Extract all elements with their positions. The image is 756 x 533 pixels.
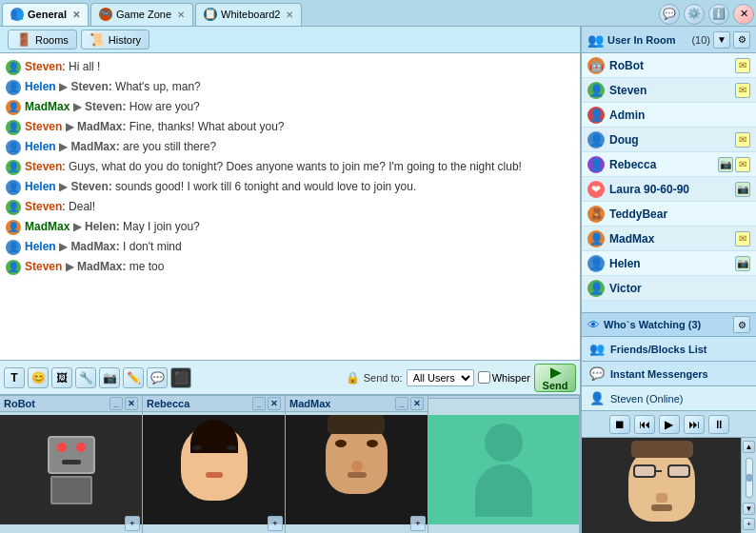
user-icon-laura-cam[interactable]: 📷 xyxy=(735,182,750,197)
chat-text: Steven: Deal! xyxy=(25,199,574,215)
video-rebecca-name: Rebecca xyxy=(147,398,189,409)
chat-message: 👤Steven: Guys, what do you do tonight? D… xyxy=(6,159,574,175)
chat-btn[interactable]: 💬 xyxy=(147,367,168,388)
image-btn[interactable]: 🖼 xyxy=(51,367,72,388)
tool-btn[interactable]: 🔧 xyxy=(75,367,96,388)
chat-avatar: 👤 xyxy=(6,200,21,215)
rebecca-face xyxy=(157,415,271,524)
info-icon[interactable]: ℹ️ xyxy=(708,4,729,25)
video-madmax-name: MadMax xyxy=(289,398,330,409)
video-robot-min[interactable]: _ xyxy=(109,397,123,410)
send-button[interactable]: ▶ Send xyxy=(534,364,576,392)
vc-pause-btn[interactable]: ⏸ xyxy=(708,415,729,434)
friends-blocks-row[interactable]: 👥 Friends/Blocks List xyxy=(582,337,756,362)
chat-avatar: 👤 xyxy=(6,260,21,275)
send-to-select[interactable]: All Users Steven Helen MadMax xyxy=(407,369,474,386)
watching-header: 👁 Who`s Watching (3) ⚙ xyxy=(582,312,756,337)
volume-thumb[interactable] xyxy=(746,474,752,482)
rebecca-expand-btn[interactable]: + xyxy=(268,516,283,531)
video-robot-controls: + xyxy=(125,516,140,531)
chat-area[interactable]: 👤Steven: Hi all !👤Helen ▶ Steven: What's… xyxy=(0,53,580,361)
user-row-laura[interactable]: ❤ Laura 90-60-90 📷 xyxy=(582,177,756,202)
right-ctrl-2[interactable]: ▼ xyxy=(743,503,755,515)
tab-general-label: General xyxy=(28,9,67,20)
tab-bar: 👥 General ✕ 🎮 Game Zone ✕ 📋 Whiteboard2 … xyxy=(0,0,756,27)
chat-text: Steven ▶ MadMax: me too xyxy=(25,259,574,275)
user-row-rebecca[interactable]: 👤 Rebecca 📷 ✉ xyxy=(582,152,756,177)
text-tool-btn[interactable]: T xyxy=(4,367,25,388)
chat-text: Helen ▶ Steven: sounds good! I work till… xyxy=(25,179,574,195)
chat-icon[interactable]: 💬 xyxy=(659,4,680,25)
watching-settings-btn[interactable]: ⚙ xyxy=(733,316,750,333)
tab-whiteboard-close[interactable]: ✕ xyxy=(286,10,293,20)
tab-whiteboard[interactable]: 📋 Whiteboard2 ✕ xyxy=(195,3,302,26)
user-icon-rebecca-cam[interactable]: 📷 xyxy=(718,157,733,172)
tab-general-close[interactable]: ✕ xyxy=(72,10,80,20)
user-row-robot[interactable]: 🤖 RoBot ✉ xyxy=(582,53,756,78)
user-icon-rebecca-yellow[interactable]: ✉ xyxy=(735,157,750,172)
user-avatar-helen: 👤 xyxy=(587,255,605,272)
close-app-icon[interactable]: ✕ xyxy=(733,4,754,25)
user-icon-helen-cam[interactable]: 📷 xyxy=(735,256,750,271)
video-rebecca-close[interactable]: ✕ xyxy=(268,397,281,410)
video-rebecca-min[interactable]: _ xyxy=(252,397,266,410)
user-row-steven[interactable]: 👤 Steven ✉ xyxy=(582,78,756,103)
chat-text: MadMax ▶ Steven: How are you? xyxy=(25,99,574,115)
user-icons-rebecca: 📷 ✉ xyxy=(718,157,750,172)
history-button[interactable]: 📜 History xyxy=(81,30,149,49)
chat-message: 👤Steven: Deal! xyxy=(6,199,574,215)
room-settings-btn[interactable]: ⚙ xyxy=(733,31,750,49)
video-madmax-min[interactable]: _ xyxy=(395,397,408,410)
vc-prev-btn[interactable]: ⏮ xyxy=(634,415,655,434)
user-row-helen[interactable]: 👤 Helen 📷 xyxy=(582,251,756,276)
whisper-checkbox-area[interactable]: Whisper xyxy=(478,371,530,384)
madmax-face xyxy=(300,415,414,524)
user-icon-madmax-yellow[interactable]: ✉ xyxy=(735,231,750,247)
tab-general[interactable]: 👥 General ✕ xyxy=(2,3,89,26)
user-icon-robot-yellow[interactable]: ✉ xyxy=(735,58,750,73)
madmax-expand-btn[interactable]: + xyxy=(410,516,426,531)
whisper-checkbox[interactable] xyxy=(478,371,490,384)
tab-gamezone-close[interactable]: ✕ xyxy=(177,10,185,20)
vc-stop-btn[interactable]: ⏹ xyxy=(609,415,630,434)
emoji-btn[interactable]: 😊 xyxy=(28,367,49,388)
user-icon-doug-yellow[interactable]: ✉ xyxy=(735,132,750,148)
silhouette-head xyxy=(485,424,523,462)
user-row-doug[interactable]: 👤 Doug ✉ xyxy=(582,128,756,152)
right-ctrl-3[interactable]: + xyxy=(743,518,755,530)
user-icon-steven-yellow[interactable]: ✉ xyxy=(735,83,750,98)
chat-message: 👤Helen ▶ Steven: sounds good! I work til… xyxy=(6,179,574,195)
user-name-helen: Helen xyxy=(609,257,735,270)
volume-track[interactable] xyxy=(746,458,753,498)
camera-btn[interactable]: 📷 xyxy=(99,367,120,388)
vc-next-btn[interactable]: ⏭ xyxy=(684,415,705,434)
user-list: 🤖 RoBot ✉ 👤 Steven ✉ 👤 Admin 👤 Do xyxy=(582,53,756,312)
rooms-button[interactable]: 🚪 Rooms xyxy=(8,30,77,49)
video-robot-close[interactable]: ✕ xyxy=(125,397,138,410)
rooms-icon: 🚪 xyxy=(16,32,31,47)
color-btn[interactable]: ⬛ xyxy=(170,367,191,388)
right-ctrl-1[interactable]: ▲ xyxy=(743,441,755,453)
user-avatar-victor: 👤 xyxy=(587,280,605,297)
draw-btn[interactable]: ✏️ xyxy=(123,367,144,388)
video-madmax-close[interactable]: ✕ xyxy=(410,397,424,410)
user-row-admin[interactable]: 👤 Admin xyxy=(582,103,756,128)
user-name-laura: Laura 90-60-90 xyxy=(609,183,735,196)
chat-text: Steven: Guys, what do you do tonight? Do… xyxy=(25,159,574,175)
vc-play-btn[interactable]: ▶ xyxy=(659,415,680,434)
chat-avatar: 👤 xyxy=(6,240,21,255)
tab-gamezone[interactable]: 🎮 Game Zone ✕ xyxy=(90,3,193,26)
user-row-victor[interactable]: 👤 Victor xyxy=(582,276,756,301)
instant-messengers-row[interactable]: 💬 Instant Messengers xyxy=(582,362,756,386)
video-cell-madmax: MadMax _ ✕ xyxy=(286,396,428,533)
video-madmax-icons: _ ✕ xyxy=(395,397,424,410)
user-name-rebecca: Rebecca xyxy=(609,158,718,171)
history-label: History xyxy=(109,34,141,46)
user-name-victor: Victor xyxy=(609,282,750,295)
user-row-madmax[interactable]: 👤 MadMax ✉ xyxy=(582,227,756,251)
room-sort-btn[interactable]: ▼ xyxy=(713,31,730,49)
robot-expand-btn[interactable]: + xyxy=(125,516,140,531)
user-row-teddybear[interactable]: 🧸 TeddyBear xyxy=(582,202,756,227)
user-icons-steven: ✉ xyxy=(735,83,750,98)
settings-icon[interactable]: ⚙️ xyxy=(684,4,705,25)
